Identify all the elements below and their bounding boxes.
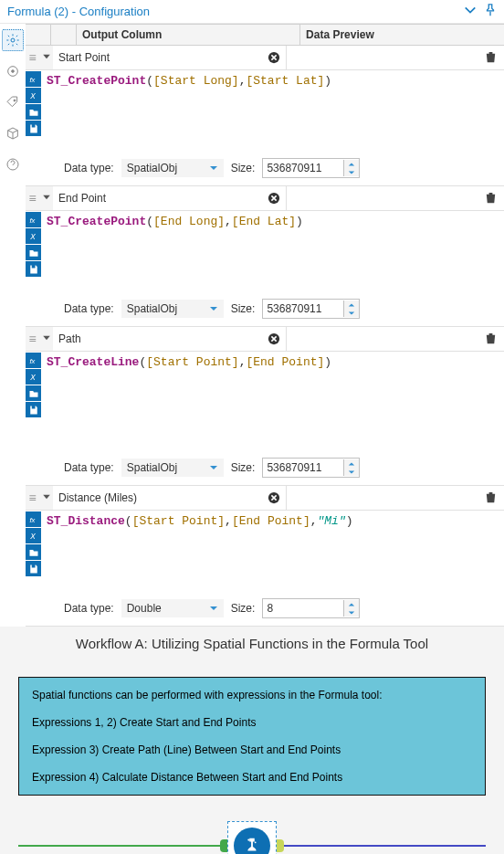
canvas-footer: Workflow A: Utilizing Spatial Functions … <box>0 627 504 854</box>
formula-row: ≡ fx X ST_CreateLine([Start Point],[End … <box>26 327 504 486</box>
expression-editor[interactable]: ST_CreatePoint([End Long],[End Lat]) <box>41 211 504 293</box>
svg-text:X: X <box>29 532 36 541</box>
delete-icon[interactable] <box>484 191 499 206</box>
clear-icon[interactable] <box>266 490 282 506</box>
svg-text:X: X <box>29 92 36 100</box>
expand-toggle[interactable] <box>39 332 53 346</box>
comment-line: Expression 4) Calculate Distance Between… <box>32 769 472 785</box>
pin-icon[interactable] <box>484 4 497 19</box>
expression-editor[interactable]: ST_CreateLine([Start Point],[End Point]) <box>41 352 504 452</box>
comment-line: Expression 3) Create Path (Line) Between… <box>32 742 472 758</box>
drag-handle-icon[interactable]: ≡ <box>26 192 39 205</box>
var-icon[interactable]: X <box>26 228 41 244</box>
formula-row: ≡ fx X ST_CreatePoint([Start Long],[Star… <box>26 46 504 186</box>
size-input[interactable] <box>263 159 343 177</box>
output-anchor[interactable] <box>277 839 284 852</box>
formula-tool-icon <box>234 828 270 854</box>
svg-point-2 <box>12 70 15 73</box>
var-icon[interactable]: X <box>26 528 41 543</box>
rail-anchor-icon[interactable] <box>2 60 24 82</box>
save-icon[interactable] <box>26 261 41 277</box>
size-label: Size: <box>231 162 256 174</box>
comment-line: Expressions 1, 2) Create Start and End P… <box>32 714 472 731</box>
data-type-select[interactable]: SpatialObj <box>121 300 224 318</box>
folder-icon[interactable] <box>26 245 41 260</box>
expand-toggle[interactable] <box>39 51 53 65</box>
expression-editor[interactable]: ST_Distance([Start Point],[End Point],"M… <box>41 511 504 593</box>
rail-config-icon[interactable] <box>2 29 24 51</box>
clear-icon[interactable] <box>266 331 282 347</box>
output-column-input[interactable] <box>53 189 266 207</box>
folder-icon[interactable] <box>26 544 41 560</box>
comment-line: Spatial functions can be performed with … <box>32 687 472 703</box>
rail-cube-icon[interactable] <box>2 122 24 144</box>
svg-text:fx: fx <box>29 76 35 84</box>
spin-up-icon[interactable] <box>344 160 359 168</box>
output-column-input[interactable] <box>53 489 266 507</box>
svg-point-3 <box>14 100 16 101</box>
header-bar: Formula (2) - Configuration <box>0 0 504 24</box>
header-data-preview: Data Preview <box>300 25 504 45</box>
window-title: Formula (2) - Configuration <box>7 5 150 18</box>
delete-icon[interactable] <box>484 332 499 346</box>
size-stepper[interactable] <box>262 598 360 618</box>
connection-in <box>18 845 230 847</box>
drag-handle-icon[interactable]: ≡ <box>26 491 39 504</box>
formula-row: ≡ fx X ST_CreatePoint([End Long],[End La… <box>26 186 504 327</box>
workflow-canvas <box>18 814 486 854</box>
left-rail <box>0 24 26 627</box>
clear-icon[interactable] <box>266 49 282 66</box>
var-icon[interactable]: X <box>26 88 41 103</box>
size-stepper[interactable] <box>262 158 360 178</box>
svg-text:X: X <box>29 374 36 382</box>
output-column-input[interactable] <box>53 48 266 67</box>
drag-handle-icon[interactable]: ≡ <box>26 332 39 345</box>
data-type-label: Data type: <box>64 162 114 174</box>
clear-icon[interactable] <box>266 190 282 206</box>
output-column-cell <box>53 46 287 69</box>
expr-toolbar: fx X <box>26 70 41 153</box>
output-column-input[interactable] <box>53 330 266 348</box>
expand-toggle[interactable] <box>39 192 53 206</box>
config-content: Output Column Data Preview ≡ fx X <box>26 24 504 627</box>
workflow-title: Workflow A: Utilizing Spatial Functions … <box>18 636 486 651</box>
header-output-column: Output Column <box>77 25 300 45</box>
formula-row: ≡ fx X ST_Distance([Start Point],[End Po… <box>26 486 504 627</box>
input-anchor[interactable] <box>220 839 227 852</box>
rail-help-icon[interactable] <box>2 153 24 175</box>
formula-tool-node[interactable] <box>220 821 284 854</box>
svg-point-0 <box>11 38 15 42</box>
data-type-select[interactable]: Double <box>121 599 224 617</box>
size-stepper[interactable] <box>262 458 360 478</box>
save-icon[interactable] <box>26 561 41 576</box>
data-type-select[interactable]: SpatialObj <box>121 159 224 177</box>
expression-editor[interactable]: ST_CreatePoint([Start Long],[Start Lat]) <box>41 70 504 153</box>
svg-point-17 <box>247 838 249 840</box>
var-icon[interactable]: X <box>26 369 41 385</box>
save-icon[interactable] <box>26 402 41 417</box>
spin-down-icon[interactable] <box>344 168 359 176</box>
svg-text:fx: fx <box>29 357 35 365</box>
data-type-select[interactable]: SpatialObj <box>121 459 224 477</box>
save-icon[interactable] <box>26 121 41 136</box>
connection-out <box>274 845 486 847</box>
delete-icon[interactable] <box>484 490 499 505</box>
delete-icon[interactable] <box>484 50 499 65</box>
fx-icon[interactable]: fx <box>26 71 41 87</box>
svg-text:fx: fx <box>29 516 35 524</box>
expand-toggle[interactable] <box>39 491 53 505</box>
drag-handle-icon[interactable]: ≡ <box>26 51 39 64</box>
svg-point-18 <box>255 841 257 843</box>
size-stepper[interactable] <box>262 299 360 319</box>
fx-icon[interactable]: fx <box>26 511 41 527</box>
rail-tag-icon[interactable] <box>2 91 24 113</box>
fx-icon[interactable]: fx <box>26 212 41 227</box>
column-headers: Output Column Data Preview <box>26 24 504 46</box>
folder-icon[interactable] <box>26 385 41 401</box>
svg-text:fx: fx <box>29 216 35 225</box>
svg-text:X: X <box>29 233 36 241</box>
folder-icon[interactable] <box>26 104 41 120</box>
collapse-icon[interactable] <box>464 4 477 19</box>
comment-box: Spatial functions can be performed with … <box>18 677 486 796</box>
fx-icon[interactable]: fx <box>26 353 41 368</box>
